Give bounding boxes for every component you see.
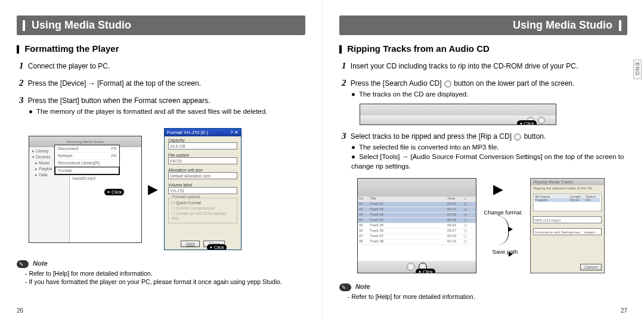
step-3-sub2: ● Select [Tools] → [Audio Source Format … — [351, 152, 627, 171]
rip-dialog-filelist: file NameLengthStatus Track0103:240% — [533, 194, 602, 211]
screenshot-row-left: Samsung Media Studio ▸ Library ▾ Devices… — [29, 128, 305, 250]
table-row[interactable]: 05Track 0505:02☐ — [358, 223, 476, 229]
step-3-sub-text: The memory of the player is formatted an… — [36, 108, 267, 115]
filesystem-label: File system — [168, 153, 237, 157]
left-page: Using Media Studio Formattimg the Player… — [0, 0, 322, 321]
table-row[interactable]: 01Track 0103:24☑ — [358, 202, 476, 207]
menu-item[interactable]: Refresh F6 — [55, 152, 119, 160]
page-number-right: 27 — [621, 307, 627, 314]
rip-cd-button[interactable] — [538, 117, 545, 124]
table-row[interactable]: 08Track 0803:14☐ — [358, 239, 476, 245]
step-2-left: 2 Press the [Device] → [Format] at the t… — [19, 77, 305, 89]
menu-item[interactable]: Reconstruct Library(R) — [55, 160, 119, 167]
capacity-value[interactable]: 16.6 GB — [168, 142, 237, 149]
step-num: 2 — [19, 78, 24, 88]
step-num: 2 — [342, 78, 346, 88]
header-right: Using Media Studio — [339, 15, 627, 35]
label-change-format: Change format — [479, 209, 527, 216]
page-number-left: 26 — [17, 307, 23, 314]
alloc-label: Allocation unit size — [168, 168, 237, 172]
step-num: 3 — [342, 131, 346, 141]
steps-right: 1 Insert your CD including tracks to rip… — [342, 60, 627, 176]
screenshot-rip-dialog: Ripping Media Tracks Ripping the selecte… — [530, 178, 605, 273]
rip-save-path[interactable]: Documents and Settings\sec…\ripped… — [533, 228, 602, 235]
arrow-right-icon: ▶ — [493, 182, 503, 197]
cd-icon — [514, 133, 521, 141]
format-options-title: Format options — [171, 195, 202, 199]
step-3-right: 3 Select tracks to be ripped and press t… — [342, 130, 627, 171]
bullet-icon: ● — [351, 153, 355, 160]
ss-tracks-header — [358, 179, 476, 197]
click-tag: Click — [207, 244, 227, 250]
opt-quickformat[interactable]: ☐ Quick Format — [171, 201, 234, 205]
label-save-path: Save path — [481, 248, 529, 255]
rip-dialog-title: Ripping Media Tracks — [531, 179, 604, 185]
format-options-group: Format options ☐ Quick Format ☐ Enable C… — [168, 198, 237, 223]
cancel-button[interactable]: Cancel — [580, 264, 602, 270]
rip-callout-labels: ▶ Change format Save path — [482, 178, 524, 273]
bullet-icon: ● — [351, 91, 355, 98]
step-2-sub-text: The tracks on the CD are displayed. — [359, 91, 468, 98]
dialog-title-text: Format YH-J70 (E:) — [167, 130, 208, 135]
step-2-sub: ● The tracks on the CD are displayed. — [351, 89, 627, 99]
device-menu-popup: Disconnect F5 Refresh F6 Reconstruct Lib… — [54, 145, 120, 175]
step-3-sub: ● The memory of the player is formatted … — [29, 107, 305, 116]
screenshot-search-audio-cd-bar: Click — [360, 104, 556, 125]
step-3-left: 3 Press the [Start] button when the Form… — [19, 94, 305, 116]
note-right: Note Refer to [Help] for more detailed i… — [339, 283, 627, 301]
table-row[interactable]: 02Track 0204:11☑ — [358, 207, 476, 213]
dialog-titlebar: Format YH-J70 (E:) ? ✕ — [165, 129, 241, 136]
note-item: Refer to [Help] for more detailed inform… — [348, 292, 627, 301]
step-1-right: 1 Insert your CD including tracks to rip… — [342, 60, 627, 72]
table-row[interactable]: 06Track 0603:37☐ — [358, 229, 476, 234]
step-text: Insert your CD including tracks to rip i… — [351, 62, 578, 70]
menu-item-format[interactable]: Format — [55, 167, 119, 174]
click-tag: Click — [517, 120, 537, 125]
ss-tracks-body: NoTitleTime✓ 01Track 0103:24☑ 02Track 02… — [358, 197, 476, 261]
screenshot-media-studio-main: Samsung Media Studio ▸ Library ▾ Devices… — [29, 136, 142, 243]
section-bar-icon — [339, 45, 342, 54]
start-button[interactable]: Start — [181, 241, 200, 247]
language-tab: ENG — [633, 60, 642, 79]
section-title-text-left: Formattimg the Player — [24, 43, 119, 54]
bullet-icon: ● — [29, 108, 33, 115]
note-title-right: Note — [355, 283, 370, 290]
screenshot-track-list: NoTitleTime✓ 01Track 0103:24☑ 02Track 02… — [357, 178, 476, 273]
bullet-icon: ● — [351, 144, 355, 151]
help-close-icons: ? ✕ — [230, 130, 239, 135]
click-tag: Click — [104, 189, 124, 195]
page-spread: Using Media Studio Formattimg the Player… — [0, 0, 644, 321]
rip-format-dropdown[interactable]: MP3 (112 Kbps) — [533, 216, 602, 223]
step-1-left: 1 Connect the player to PC. — [19, 60, 305, 72]
step-3-sub1: ● The selected file is converted into an… — [351, 142, 627, 152]
section-title-left: Formattimg the Player — [17, 43, 305, 54]
header-left: Using Media Studio — [17, 15, 305, 35]
volume-value[interactable]: YH-J70 — [168, 187, 237, 194]
opt-compression[interactable]: ☐ Enable Compression — [171, 206, 234, 211]
arrow-right-icon: ▶ — [148, 182, 158, 197]
opt-msdos[interactable]: ☐ Create an MS-DOS startup disk — [171, 211, 234, 220]
note-icon — [17, 260, 29, 268]
note-item: If you have formatted the player on your… — [25, 278, 305, 286]
note-title-left: Note — [33, 260, 47, 267]
table-row[interactable]: 03Track 0303:55☑ — [358, 213, 476, 218]
section-title-right: Ripping Tracks from an Audio CD — [339, 43, 627, 54]
filesystem-value[interactable]: FAT32 — [168, 157, 237, 164]
step-2-right: 2 Press the [Search Audio CD] button on … — [342, 77, 627, 99]
menu-item[interactable]: Disconnect F5 — [55, 145, 119, 152]
header-title-right: Using Media Studio — [513, 19, 612, 31]
step-text: Press the [Device] → [Format] at the top… — [28, 79, 201, 88]
step-num: 1 — [19, 61, 24, 70]
alloc-value[interactable]: Default allocation size — [168, 172, 237, 179]
table-row[interactable]: 07Track 0704:20☐ — [358, 234, 476, 239]
step-text: Connect the player to PC. — [28, 62, 110, 70]
note-icon — [339, 283, 351, 291]
rip-dialog-subtitle: Ripping the selected tracks of the CD. — [531, 185, 604, 191]
search-audio-cd-button[interactable] — [407, 263, 415, 271]
header-title-left: Using Media Studio — [32, 19, 131, 31]
cd-icon — [444, 80, 451, 88]
step-text: Press the [Search Audio CD] button on th… — [351, 79, 575, 88]
section-title-text-right: Ripping Tracks from an Audio CD — [347, 43, 490, 54]
table-row[interactable]: 04Track 0402:48☑ — [358, 218, 476, 223]
step-num: 1 — [342, 61, 346, 70]
